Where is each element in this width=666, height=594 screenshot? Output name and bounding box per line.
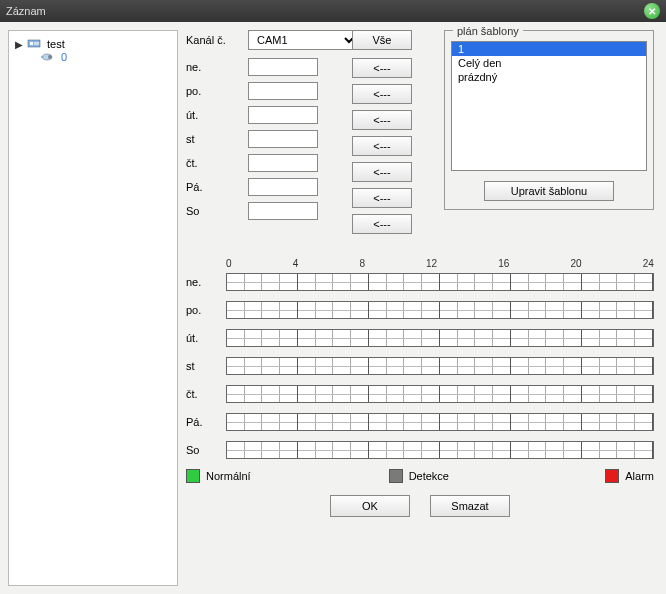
day-input[interactable] [248, 178, 318, 196]
axis-tick: 12 [426, 258, 437, 269]
timeline-row: So [186, 441, 654, 459]
timeline-section: 04812162024 ne.po.út.stčt.Pá.So Normální… [186, 258, 654, 517]
timeline-row: po. [186, 301, 654, 319]
legend: Normální Detekce Alarm [186, 469, 654, 483]
assign-arrow-button[interactable]: <--- [352, 188, 412, 208]
edit-template-button[interactable]: Upravit šablonu [484, 181, 614, 201]
day-label: Pá. [186, 181, 240, 193]
legend-normal: Normální [186, 469, 251, 483]
axis-tick: 0 [226, 258, 232, 269]
arrow-row: <--- [352, 162, 412, 182]
legend-detect: Detekce [389, 469, 449, 483]
arrow-row: <--- [352, 58, 412, 78]
all-button[interactable]: Vše [352, 30, 412, 50]
tree-root-label: test [47, 38, 65, 50]
timeline-grid[interactable] [226, 357, 654, 375]
assign-arrow-button[interactable]: <--- [352, 58, 412, 78]
timeline-grid[interactable] [226, 413, 654, 431]
timeline-grid[interactable] [226, 301, 654, 319]
timeline-row: ne. [186, 273, 654, 291]
timeline-grid[interactable] [226, 441, 654, 459]
tree-root[interactable]: ▶ test [13, 37, 173, 51]
legend-alarm: Alarm [605, 469, 654, 483]
axis-tick: 16 [498, 258, 509, 269]
close-icon: ✕ [648, 6, 656, 17]
arrow-row: <--- [352, 214, 412, 234]
arrow-row: <--- [352, 110, 412, 130]
template-list[interactable]: 1Celý denprázdný [451, 41, 647, 171]
timeline-day-label: So [186, 444, 226, 456]
template-item[interactable]: 1 [452, 42, 646, 56]
day-input[interactable] [248, 130, 318, 148]
window-title: Záznam [6, 5, 46, 17]
arrow-row: <--- [352, 136, 412, 156]
templates-box: plán šablony 1Celý denprázdný Upravit ša… [444, 30, 654, 210]
day-input[interactable] [248, 202, 318, 220]
day-input[interactable] [248, 82, 318, 100]
timeline-axis: 04812162024 [186, 258, 654, 273]
svg-point-4 [48, 55, 52, 59]
legend-alarm-label: Alarm [625, 470, 654, 482]
day-label: st [186, 133, 240, 145]
legend-normal-label: Normální [206, 470, 251, 482]
timeline-day-label: čt. [186, 388, 226, 400]
axis-tick: 4 [293, 258, 299, 269]
legend-alarm-swatch [605, 469, 619, 483]
assign-arrow-button[interactable]: <--- [352, 110, 412, 130]
axis-tick: 20 [571, 258, 582, 269]
legend-detect-swatch [389, 469, 403, 483]
tree-child[interactable]: 0 [41, 51, 173, 63]
assign-arrow-button[interactable]: <--- [352, 162, 412, 182]
timeline-grid[interactable] [226, 385, 654, 403]
template-item[interactable]: prázdný [452, 70, 646, 84]
day-label: čt. [186, 157, 240, 169]
timeline-day-label: ne. [186, 276, 226, 288]
tree-expand-icon: ▶ [15, 39, 23, 50]
templates-title: plán šablony [453, 25, 523, 37]
template-item[interactable]: Celý den [452, 56, 646, 70]
svg-rect-2 [34, 42, 39, 45]
day-input[interactable] [248, 106, 318, 124]
day-label: po. [186, 85, 240, 97]
axis-tick: 8 [359, 258, 365, 269]
titlebar: Záznam ✕ [0, 0, 666, 22]
arrow-row: <--- [352, 188, 412, 208]
svg-rect-5 [41, 56, 44, 58]
arrow-row: <--- [352, 84, 412, 104]
close-button[interactable]: ✕ [644, 3, 660, 19]
camera-icon [41, 51, 57, 63]
timeline-row: út. [186, 329, 654, 347]
day-label: ne. [186, 61, 240, 73]
tree-child-count: 0 [61, 51, 67, 63]
svg-rect-1 [30, 42, 33, 45]
ok-button[interactable]: OK [330, 495, 410, 517]
day-input[interactable] [248, 58, 318, 76]
timeline-row: st [186, 357, 654, 375]
assign-arrow-button[interactable]: <--- [352, 136, 412, 156]
timeline-grid[interactable] [226, 329, 654, 347]
legend-detect-label: Detekce [409, 470, 449, 482]
assign-arrow-button[interactable]: <--- [352, 214, 412, 234]
bottom-buttons: OK Smazat [186, 495, 654, 517]
window: Záznam ✕ ▶ test 0 [0, 0, 666, 594]
legend-normal-swatch [186, 469, 200, 483]
timeline-row: Pá. [186, 413, 654, 431]
day-input[interactable] [248, 154, 318, 172]
device-icon [27, 38, 43, 50]
timeline-day-label: Pá. [186, 416, 226, 428]
assign-arrow-button[interactable]: <--- [352, 84, 412, 104]
channel-label: Kanál č. [186, 34, 240, 46]
timeline-day-label: út. [186, 332, 226, 344]
channel-select[interactable]: CAM1 [248, 30, 358, 50]
axis-tick: 24 [643, 258, 654, 269]
day-label: út. [186, 109, 240, 121]
arrow-column: Vše <---<---<---<---<---<---<--- [352, 30, 412, 240]
body: ▶ test 0 Kanál č. CAM1 [0, 22, 666, 594]
timeline-grid[interactable] [226, 273, 654, 291]
timeline-day-label: st [186, 360, 226, 372]
tree-panel: ▶ test 0 [8, 30, 178, 586]
day-label: So [186, 205, 240, 217]
delete-button[interactable]: Smazat [430, 495, 510, 517]
timeline-row: čt. [186, 385, 654, 403]
main-panel: Kanál č. CAM1 ne.po.út.stčt.Pá.So Vše <-… [186, 30, 658, 586]
